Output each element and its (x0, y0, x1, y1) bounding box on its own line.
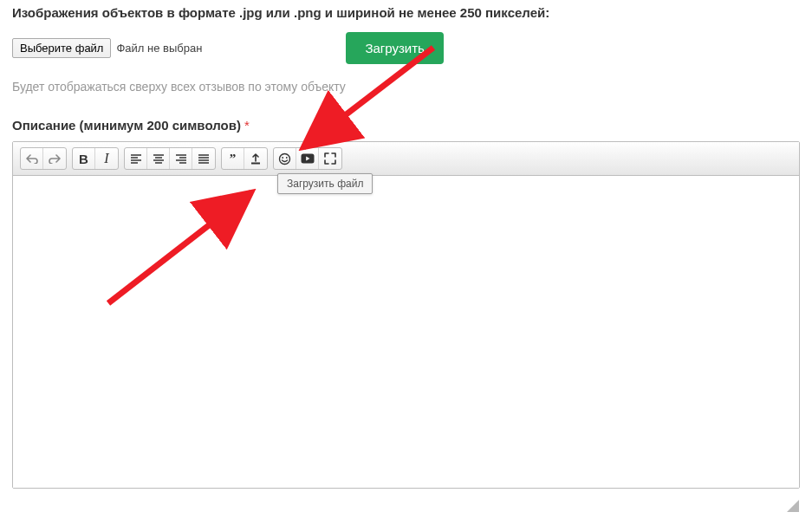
images-heading: Изображения объектов в формате .jpg или … (12, 5, 800, 20)
rich-text-editor: B I (12, 141, 800, 489)
italic-button[interactable]: I (95, 148, 118, 169)
align-right-icon (175, 153, 187, 164)
fullscreen-icon (324, 152, 336, 165)
redo-icon (49, 153, 61, 164)
upload-tooltip: Загрузить файл (277, 173, 373, 194)
align-center-icon (153, 153, 165, 164)
align-left-button[interactable] (125, 148, 147, 169)
undo-icon (26, 153, 38, 164)
toolbar-group-history (20, 147, 67, 170)
toolbar-group-align (124, 147, 216, 170)
italic-icon: I (104, 151, 108, 166)
resize-handle[interactable] (787, 500, 799, 512)
upload-row: Выберите файл Файл не выбран Загрузить (12, 32, 800, 64)
choose-file-button[interactable]: Выберите файл (12, 38, 111, 58)
bold-icon: B (79, 152, 88, 166)
align-center-button[interactable] (147, 148, 170, 169)
bold-button[interactable]: B (73, 148, 95, 169)
required-asterisk: * (244, 118, 250, 133)
description-label-text: Описание (минимум 200 символов) (12, 118, 241, 133)
align-right-button[interactable] (170, 148, 192, 169)
upload-hint: Будет отображаться сверху всех отзывов п… (12, 80, 800, 94)
align-justify-button[interactable] (192, 148, 215, 169)
description-label: Описание (минимум 200 символов) * (12, 118, 800, 133)
emoji-icon (278, 152, 291, 165)
redo-button[interactable] (43, 148, 66, 169)
quote-button[interactable]: ” (222, 148, 244, 169)
upload-submit-button[interactable]: Загрузить (346, 32, 444, 64)
undo-button[interactable] (21, 148, 43, 169)
svg-point-19 (286, 157, 288, 159)
toolbar-group-format: B I (72, 147, 119, 170)
toolbar-group-insert: ” (221, 147, 268, 170)
editor-content-area[interactable] (13, 176, 799, 488)
toolbar-group-media (273, 147, 342, 170)
no-file-label: Файл не выбран (116, 42, 202, 55)
fullscreen-button[interactable] (319, 148, 341, 169)
align-justify-icon (198, 153, 210, 164)
upload-icon (250, 152, 262, 165)
svg-point-18 (282, 157, 283, 159)
youtube-icon (301, 153, 315, 164)
youtube-button[interactable] (296, 148, 319, 169)
upload-file-button[interactable] (244, 148, 267, 169)
svg-point-17 (280, 153, 290, 164)
emoji-button[interactable] (274, 148, 296, 169)
editor-toolbar: B I (13, 142, 799, 176)
align-left-icon (130, 153, 142, 164)
quote-icon: ” (230, 152, 237, 166)
